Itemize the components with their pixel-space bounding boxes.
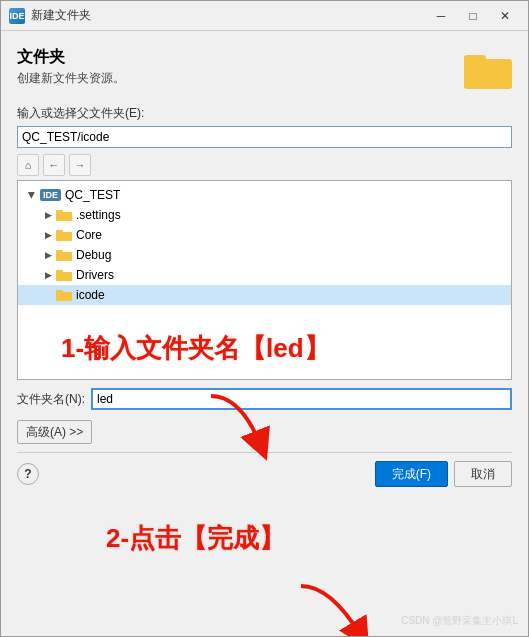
title-bar-controls: ─ □ ✕ (426, 6, 520, 26)
tree-toolbar-back[interactable]: ← (43, 154, 65, 176)
dialog-subtitle: 创建新文件夹资源。 (17, 70, 454, 87)
tree-arrow-core: ▶ (42, 229, 54, 241)
tree-item-drivers[interactable]: ▶ Drivers (18, 265, 511, 285)
tree-toolbar: ⌂ ← → (17, 154, 512, 176)
tree-arrow-settings: ▶ (42, 209, 54, 221)
folder-icon-core (56, 229, 72, 241)
tree-item-settings-label: .settings (76, 208, 121, 222)
minimize-button[interactable]: ─ (426, 6, 456, 26)
tree-item-qctest[interactable]: ▶ IDE QC_TEST (18, 185, 511, 205)
tree-arrow-debug: ▶ (42, 249, 54, 261)
tree-item-debug[interactable]: ▶ Debug (18, 245, 511, 265)
dialog-body: 文件夹 创建新文件夹资源。 输入或选择父文件夹(E): ⌂ ← → ▶ IDE … (1, 31, 528, 637)
tree-item-icode[interactable]: ▶ icode (18, 285, 511, 305)
folder-icon-settings (56, 209, 72, 221)
large-folder-icon (464, 51, 512, 91)
cancel-button[interactable]: 取消 (454, 461, 512, 487)
tree-arrow-qctest: ▶ (26, 189, 38, 201)
close-button[interactable]: ✕ (490, 6, 520, 26)
advanced-button[interactable]: 高级(A) >> (17, 420, 92, 444)
folder-name-input[interactable] (91, 388, 512, 410)
title-bar: IDE 新建文件夹 ─ □ ✕ (1, 1, 528, 31)
path-input[interactable] (17, 126, 512, 148)
bottom-section: 文件夹名(N): 高级(A) >> (17, 388, 512, 444)
dialog-footer: ? 完成(F) 取消 (17, 452, 512, 487)
tree-item-qctest-label: QC_TEST (65, 188, 120, 202)
tree-item-core-label: Core (76, 228, 102, 242)
dialog-header: 文件夹 创建新文件夹资源。 (17, 47, 512, 91)
title-bar-text: 新建文件夹 (31, 7, 426, 24)
tree-toolbar-forward[interactable]: → (69, 154, 91, 176)
tree-view[interactable]: ▶ IDE QC_TEST ▶ .settings ▶ Core (17, 180, 512, 380)
tree-item-settings[interactable]: ▶ .settings (18, 205, 511, 225)
dialog-header-text: 文件夹 创建新文件夹资源。 (17, 47, 454, 87)
tree-item-debug-label: Debug (76, 248, 111, 262)
tree-arrow-drivers: ▶ (42, 269, 54, 281)
ide-tag: IDE (40, 189, 61, 201)
folder-icon-icode (56, 289, 72, 301)
tree-item-icode-label: icode (76, 288, 105, 302)
app-icon: IDE (9, 8, 25, 24)
maximize-button[interactable]: □ (458, 6, 488, 26)
folder-icon-drivers (56, 269, 72, 281)
tree-item-drivers-label: Drivers (76, 268, 114, 282)
dialog-title: 文件夹 (17, 47, 454, 68)
dialog-window: IDE 新建文件夹 ─ □ ✕ 文件夹 创建新文件夹资源。 输入或选择父文件夹(… (0, 0, 529, 637)
tree-toolbar-home[interactable]: ⌂ (17, 154, 39, 176)
help-button[interactable]: ? (17, 463, 39, 485)
folder-icon-debug (56, 249, 72, 261)
folder-name-label: 文件夹名(N): (17, 391, 85, 408)
folder-name-row: 文件夹名(N): (17, 388, 512, 410)
finish-button[interactable]: 完成(F) (375, 461, 448, 487)
tree-item-core[interactable]: ▶ Core (18, 225, 511, 245)
path-label: 输入或选择父文件夹(E): (17, 105, 512, 122)
